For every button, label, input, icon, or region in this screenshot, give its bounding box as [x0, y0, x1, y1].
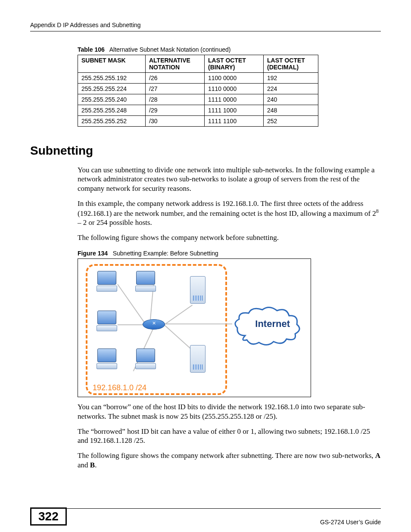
- server-icon: [190, 276, 206, 304]
- subnet-label: 192.168.1.0 /24: [93, 383, 146, 392]
- figure-title: Subnetting Example: Before Subnetting: [113, 250, 218, 257]
- table-title: Alternative Subnet Mask Notation (contin…: [109, 46, 231, 53]
- th-last-octet-dec: LAST OCTET (DECIMAL): [264, 55, 318, 73]
- workstation-icon: [95, 348, 118, 372]
- table-row: 255.255.255.252 /30 1111 1100 252: [78, 116, 318, 127]
- table-label: Table 106: [78, 46, 105, 53]
- th-alt-notation: ALTERNATIVE NOTATION: [146, 55, 205, 73]
- table-106-wrap: Table 106 Alternative Subnet Mask Notati…: [78, 46, 381, 127]
- paragraph: You can “borrow” one of the host ID bits…: [78, 402, 381, 421]
- workstation-icon: [95, 311, 118, 334]
- table-caption: Table 106 Alternative Subnet Mask Notati…: [78, 46, 381, 53]
- link-to-internet: [164, 324, 232, 324]
- table-row: 255.255.255.248 /29 1111 1000 248: [78, 105, 318, 116]
- workstation-icon: [134, 348, 157, 372]
- paragraph: The following figure shows the company n…: [78, 451, 381, 470]
- guide-title: GS-2724 User’s Guide: [320, 516, 381, 526]
- table-row: 255.255.255.192 /26 1100 0000 192: [78, 73, 318, 84]
- page-number: 322: [30, 507, 67, 526]
- subnet-mask-table: SUBNET MASK ALTERNATIVE NOTATION LAST OC…: [78, 55, 318, 127]
- figure-caption: Figure 134 Subnetting Example: Before Su…: [78, 250, 381, 257]
- figure-134: 192.168.1.0 /24 Internet: [78, 258, 311, 397]
- server-icon: [190, 345, 206, 373]
- page-footer: 322 GS-2724 User’s Guide: [30, 508, 381, 526]
- workstation-icon: [95, 271, 118, 294]
- table-row: 255.255.255.224 /27 1110 0000 224: [78, 84, 318, 94]
- paragraph: The “borrowed” host ID bit can have a va…: [78, 427, 381, 445]
- th-last-octet-bin: LAST OCTET (BINARY): [205, 55, 264, 73]
- th-subnet-mask: SUBNET MASK: [78, 55, 146, 73]
- paragraph: You can use subnetting to divide one net…: [78, 165, 381, 193]
- running-header: Appendix D IP Addresses and Subnetting: [30, 22, 381, 31]
- table-row: 255.255.255.240 /28 1111 0000 240: [78, 94, 318, 105]
- figure-label: Figure 134: [78, 250, 108, 257]
- paragraph: In this example, the company network add…: [78, 199, 381, 227]
- workstation-icon: [134, 271, 157, 294]
- paragraph: The following figure shows the company n…: [78, 233, 381, 242]
- superscript: 8: [376, 208, 379, 214]
- cloud-label: Internet: [255, 318, 290, 330]
- section-heading: Subnetting: [30, 144, 381, 158]
